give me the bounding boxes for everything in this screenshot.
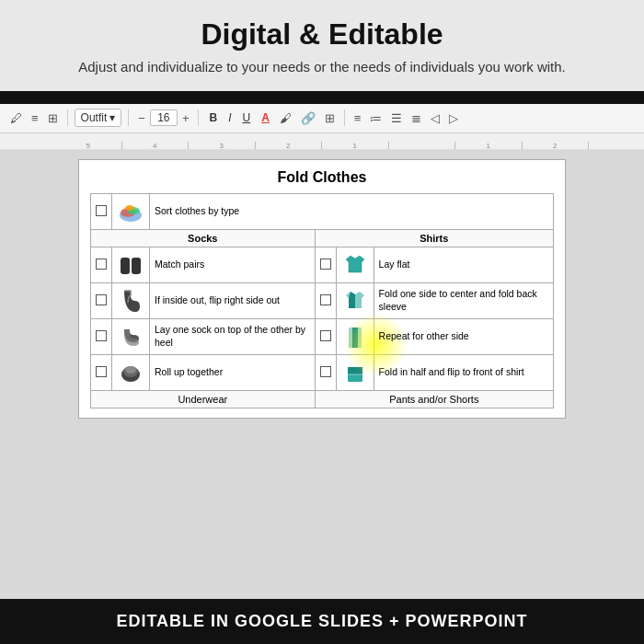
img-r3 xyxy=(336,318,374,354)
table-row-3: Lay one sock on top of the other by heel… xyxy=(91,318,554,354)
svg-rect-12 xyxy=(348,367,362,374)
checkbox-sort[interactable] xyxy=(91,193,112,229)
checkbox-l3[interactable] xyxy=(91,318,112,354)
font-name: Outfit xyxy=(81,111,108,124)
document-card: Fold Clothes xyxy=(78,159,566,419)
bold-button[interactable]: B xyxy=(205,109,221,126)
table-row-2: If inside out, flip right side out Fold … xyxy=(91,282,554,318)
minus-icon[interactable]: − xyxy=(135,109,148,127)
font-size-control: − 16 + xyxy=(135,109,191,127)
table-row-bottom-headers: Underwear Pants and/or Shorts xyxy=(91,390,554,408)
underline-button[interactable]: U xyxy=(238,109,254,126)
img-r2 xyxy=(336,282,374,318)
svg-point-10 xyxy=(125,366,136,374)
page-wrapper: Digital & Editable Adjust and individual… xyxy=(0,0,644,644)
socks-header: Socks xyxy=(91,229,316,247)
sock-roll-icon xyxy=(117,358,144,385)
italic-button[interactable]: I xyxy=(224,109,235,126)
separator-4 xyxy=(344,109,345,126)
img-l2 xyxy=(112,282,150,318)
table-row-4: Roll up together Fold in half and flip t… xyxy=(91,354,554,390)
text-r2: Fold one side to center and fold back sl… xyxy=(374,282,553,318)
text-r4: Fold in half and flip to front of shirt xyxy=(374,354,553,390)
shirt-fold2-icon xyxy=(341,322,369,350)
indent-decrease-icon[interactable]: ◁ xyxy=(428,109,443,127)
chevron-down-icon: ▾ xyxy=(109,111,115,124)
checkbox-r1[interactable] xyxy=(315,247,336,282)
ruler-mark-0 xyxy=(389,142,456,149)
toolbar: 🖊 ≡ ⊞ Outfit ▾ − 16 + B I U A 🖌 🔗 ⊞ ≡ ≔ … xyxy=(0,104,644,133)
grid-icon[interactable]: ⊞ xyxy=(45,109,61,127)
checkbox-square xyxy=(320,259,331,270)
bullet-list-icon[interactable]: ☰ xyxy=(388,109,405,127)
separator-3 xyxy=(198,109,199,126)
svg-rect-4 xyxy=(121,258,130,274)
ruler-mark-2r: 2 xyxy=(523,142,590,149)
ruler-mark-4: 4 xyxy=(122,142,190,149)
table-row-1: Match pairs Lay flat xyxy=(91,247,554,282)
checkbox-r3[interactable] xyxy=(315,318,336,354)
indent-list-icon[interactable]: ≣ xyxy=(408,109,424,127)
ruler: 5 4 3 2 1 1 2 xyxy=(0,133,644,150)
plus-icon[interactable]: + xyxy=(179,109,192,127)
footer-bar: EDITABLE IN GOOGLE SLIDES + POWERPOINT xyxy=(0,599,644,644)
img-r4 xyxy=(336,354,374,390)
footer-text: EDITABLE IN GOOGLE SLIDES + POWERPOINT xyxy=(116,612,527,630)
text-r3: Repeat for other side xyxy=(374,318,553,354)
checkbox-l1[interactable] xyxy=(91,247,112,282)
main-title: Digital & Editable xyxy=(28,17,616,52)
svg-rect-5 xyxy=(132,258,141,274)
ruler-mark-3: 3 xyxy=(189,142,256,149)
img-r1 xyxy=(336,247,374,282)
link-icon[interactable]: 🔗 xyxy=(298,109,318,127)
indent-increase-icon[interactable]: ▷ xyxy=(446,109,461,127)
text-r1: Lay flat xyxy=(374,247,553,282)
font-dropdown[interactable]: Outfit ▾ xyxy=(75,109,122,127)
table-row-headers: Socks Shirts xyxy=(91,229,554,247)
document-area: Fold Clothes xyxy=(0,150,644,599)
sock-lay-icon xyxy=(117,322,144,350)
checkbox-r4[interactable] xyxy=(315,354,336,390)
highlight-icon[interactable]: 🖌 xyxy=(277,109,294,127)
img-l4 xyxy=(112,354,150,390)
align-left-icon[interactable]: ≡ xyxy=(351,109,364,127)
color-button[interactable]: A xyxy=(258,109,273,126)
checkbox-r2[interactable] xyxy=(315,282,336,318)
ruler-marks: 5 4 3 2 1 1 2 xyxy=(0,133,644,149)
font-size-box[interactable]: 16 xyxy=(150,109,178,126)
img-sort xyxy=(112,193,150,229)
header-section: Digital & Editable Adjust and individual… xyxy=(0,0,644,91)
sock-inside-out-icon xyxy=(117,286,144,314)
checkbox-square xyxy=(320,294,331,305)
socks-match-icon xyxy=(117,250,144,278)
shirt-fold3-icon xyxy=(341,358,369,385)
text-l1: Match pairs xyxy=(150,247,316,282)
checkbox-l4[interactable] xyxy=(91,354,112,390)
sort-text: Sort clothes by type xyxy=(150,193,554,229)
clothes-table: Sort clothes by type Socks Shirts xyxy=(90,193,554,408)
checkbox-square xyxy=(320,366,331,377)
paint-icon[interactable]: 🖊 xyxy=(7,109,25,127)
img-l3 xyxy=(112,318,150,354)
numbered-list-icon[interactable]: ≔ xyxy=(367,109,385,127)
checkbox-square xyxy=(96,366,107,377)
pants-header: Pants and/or Shorts xyxy=(315,390,553,408)
table-row-sort: Sort clothes by type xyxy=(91,193,554,229)
checkbox-square xyxy=(320,330,331,341)
align-icon[interactable]: ≡ xyxy=(29,109,41,127)
text-l4: Roll up together xyxy=(150,354,316,390)
text-l3: Lay one sock on top of the other by heel xyxy=(150,318,316,354)
insert-icon[interactable]: ⊞ xyxy=(322,109,338,127)
svg-point-3 xyxy=(125,205,134,211)
ruler-mark-1r: 1 xyxy=(455,142,523,149)
underwear-header: Underwear xyxy=(91,390,316,408)
shirt-flat-icon xyxy=(341,250,369,278)
shirt-fold1-icon xyxy=(341,286,369,314)
img-l1 xyxy=(112,247,150,282)
checkbox-square xyxy=(96,259,107,270)
checkbox-l2[interactable] xyxy=(91,282,112,318)
svg-rect-7 xyxy=(352,328,358,348)
ruler-mark-1: 1 xyxy=(322,142,389,149)
separator-1 xyxy=(67,109,68,126)
text-l2: If inside out, flip right side out xyxy=(150,282,316,318)
